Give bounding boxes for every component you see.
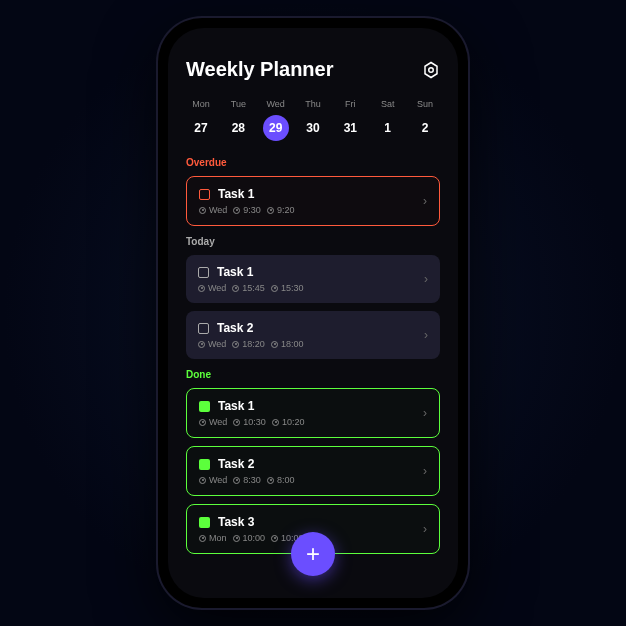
calendar-icon — [199, 419, 206, 426]
clock-icon — [267, 477, 274, 484]
task-card[interactable]: Task 2 Wed 8:30 8:00 › — [186, 446, 440, 496]
day-number: 28 — [225, 115, 251, 141]
chevron-right-icon: › — [424, 272, 428, 286]
task-card[interactable]: Task 1 Wed 9:30 9:20 › — [186, 176, 440, 226]
phone-frame: Weekly Planner Mon 27 Tue 28 Wed 29 — [158, 18, 468, 608]
calendar-icon — [199, 477, 206, 484]
calendar-icon — [198, 341, 205, 348]
task-content: Task 1 Wed 9:30 9:20 — [199, 187, 294, 215]
task-card[interactable]: Task 1 Wed 10:30 10:20 › — [186, 388, 440, 438]
task-title: Task 1 — [217, 265, 253, 279]
week-selector: Mon 27 Tue 28 Wed 29 Thu 30 Fri 31 Sat 1 — [186, 99, 440, 141]
checkbox-icon[interactable] — [198, 323, 209, 334]
section-label: Today — [186, 236, 440, 247]
plus-icon: + — [306, 542, 320, 566]
day-number: 31 — [337, 115, 363, 141]
clock-icon — [233, 207, 240, 214]
task-title: Task 3 — [218, 515, 254, 529]
checkbox-icon[interactable] — [199, 517, 210, 528]
day-number: 2 — [412, 115, 438, 141]
clock-icon — [271, 535, 278, 542]
section-today: Today Task 1 Wed 15:45 15:30 › — [186, 236, 440, 359]
screen: Weekly Planner Mon 27 Tue 28 Wed 29 — [168, 28, 458, 598]
chevron-right-icon: › — [424, 328, 428, 342]
section-overdue: Overdue Task 1 Wed 9:30 9:20 › — [186, 157, 440, 226]
task-title: Task 2 — [218, 457, 254, 471]
day-name: Wed — [266, 99, 284, 109]
svg-point-1 — [429, 67, 434, 72]
chevron-right-icon: › — [423, 406, 427, 420]
chevron-right-icon: › — [423, 522, 427, 536]
day-thu[interactable]: Thu 30 — [298, 99, 328, 141]
task-meta: Wed 18:20 18:00 — [198, 339, 303, 349]
section-label: Overdue — [186, 157, 440, 168]
day-name: Thu — [305, 99, 321, 109]
task-content: Task 1 Wed 10:30 10:20 — [199, 399, 304, 427]
task-content: Task 2 Wed 18:20 18:00 — [198, 321, 303, 349]
section-label: Done — [186, 369, 440, 380]
page-title: Weekly Planner — [186, 58, 333, 81]
day-wed[interactable]: Wed 29 — [261, 99, 291, 141]
calendar-icon — [199, 207, 206, 214]
checkbox-icon[interactable] — [198, 267, 209, 278]
header: Weekly Planner — [186, 58, 440, 81]
checkbox-icon[interactable] — [199, 459, 210, 470]
day-tue[interactable]: Tue 28 — [223, 99, 253, 141]
clock-icon — [272, 419, 279, 426]
task-card[interactable]: Task 2 Wed 18:20 18:00 › — [186, 311, 440, 359]
task-title: Task 1 — [218, 399, 254, 413]
clock-icon — [233, 419, 240, 426]
task-meta: Wed 8:30 8:00 — [199, 475, 294, 485]
clock-icon — [271, 285, 278, 292]
calendar-icon — [199, 535, 206, 542]
svg-marker-0 — [425, 62, 437, 77]
day-number: 30 — [300, 115, 326, 141]
day-fri[interactable]: Fri 31 — [335, 99, 365, 141]
day-name: Tue — [231, 99, 246, 109]
clock-icon — [232, 285, 239, 292]
day-number: 29 — [263, 115, 289, 141]
day-name: Mon — [192, 99, 210, 109]
day-name: Sun — [417, 99, 433, 109]
day-name: Sat — [381, 99, 395, 109]
task-content: Task 2 Wed 8:30 8:00 — [199, 457, 294, 485]
day-sun[interactable]: Sun 2 — [410, 99, 440, 141]
clock-icon — [233, 535, 240, 542]
checkbox-icon[interactable] — [199, 401, 210, 412]
chevron-right-icon: › — [423, 464, 427, 478]
day-number: 1 — [375, 115, 401, 141]
task-meta: Mon 10:00 10:00 — [199, 533, 304, 543]
task-title: Task 1 — [218, 187, 254, 201]
settings-icon[interactable] — [422, 61, 440, 79]
section-done: Done Task 1 Wed 10:30 10:20 › — [186, 369, 440, 554]
add-task-button[interactable]: + — [291, 532, 335, 576]
clock-icon — [233, 477, 240, 484]
task-meta: Wed 10:30 10:20 — [199, 417, 304, 427]
chevron-right-icon: › — [423, 194, 427, 208]
task-meta: Wed 15:45 15:30 — [198, 283, 303, 293]
day-sat[interactable]: Sat 1 — [373, 99, 403, 141]
task-meta: Wed 9:30 9:20 — [199, 205, 294, 215]
clock-icon — [232, 341, 239, 348]
task-title: Task 2 — [217, 321, 253, 335]
task-content: Task 3 Mon 10:00 10:00 — [199, 515, 304, 543]
day-mon[interactable]: Mon 27 — [186, 99, 216, 141]
task-content: Task 1 Wed 15:45 15:30 — [198, 265, 303, 293]
day-name: Fri — [345, 99, 356, 109]
calendar-icon — [198, 285, 205, 292]
task-card[interactable]: Task 1 Wed 15:45 15:30 › — [186, 255, 440, 303]
clock-icon — [267, 207, 274, 214]
checkbox-icon[interactable] — [199, 189, 210, 200]
clock-icon — [271, 341, 278, 348]
day-number: 27 — [188, 115, 214, 141]
